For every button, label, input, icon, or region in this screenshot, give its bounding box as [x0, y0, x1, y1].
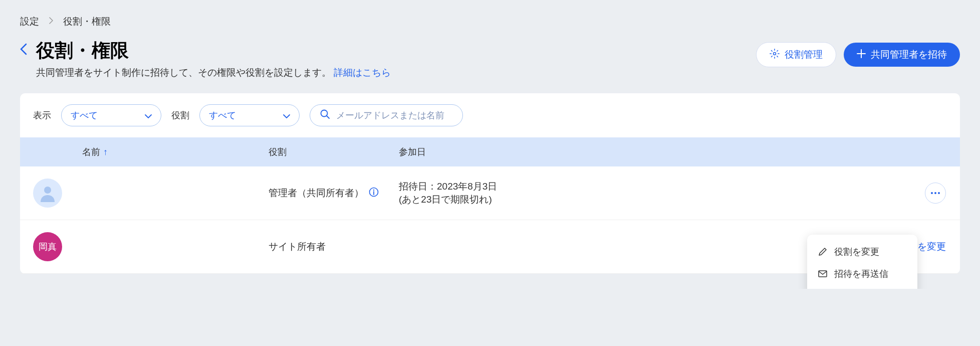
- invite-button[interactable]: 共同管理者を招待: [844, 43, 960, 67]
- chevron-right-icon: [49, 17, 53, 26]
- svg-point-6: [934, 192, 936, 194]
- chevron-down-icon: [145, 110, 152, 121]
- chevron-down-icon: [283, 110, 290, 121]
- search-icon: [320, 109, 330, 121]
- table-header: 名前 ↑ 役割 参加日: [20, 137, 960, 166]
- breadcrumb: 設定 役割・権限: [20, 15, 960, 28]
- header-row: 役割・権限 共同管理者をサイト制作に招待して、その権限や役割を設定します。 詳細…: [20, 38, 960, 79]
- svg-point-4: [373, 189, 374, 190]
- info-icon[interactable]: [369, 187, 379, 200]
- mail-icon: [818, 269, 827, 278]
- title-group: 役割・権限 共同管理者をサイト制作に招待して、その権限や役割を設定します。 詳細…: [20, 38, 391, 79]
- svg-rect-8: [819, 271, 827, 277]
- svg-point-5: [931, 192, 933, 194]
- column-role[interactable]: 役割: [269, 146, 399, 158]
- page-title: 役割・権限: [36, 38, 391, 63]
- avatar: [33, 179, 62, 208]
- menu-change-role[interactable]: 役割を変更: [807, 241, 917, 263]
- display-filter-label: 表示: [33, 109, 51, 121]
- gear-icon: [770, 49, 780, 61]
- role-filter-label: 役割: [171, 109, 189, 121]
- table-row: 管理者（共同所有者） 招待日：2023年8月3日 (あと23日で期限切れ): [20, 166, 960, 220]
- breadcrumb-roles[interactable]: 役割・権限: [63, 15, 111, 28]
- details-link[interactable]: 詳細はこちら: [334, 67, 391, 78]
- manage-roles-button[interactable]: 役割管理: [756, 42, 836, 67]
- more-button[interactable]: [925, 183, 946, 204]
- plus-icon: [857, 49, 866, 61]
- filters-row: 表示 すべて 役割 すべて: [20, 93, 960, 137]
- row-role: 管理者（共同所有者）: [269, 187, 399, 200]
- svg-point-7: [938, 192, 940, 194]
- menu-resend-invite[interactable]: 招待を再送信: [807, 263, 917, 285]
- display-filter-select[interactable]: すべて: [61, 104, 161, 126]
- column-date[interactable]: 参加日: [399, 146, 947, 158]
- breadcrumb-settings[interactable]: 設定: [20, 15, 39, 28]
- main-panel: 表示 すべて 役割 すべて 名前 ↑ 役割 参加日: [20, 93, 960, 274]
- sort-ascending-icon: ↑: [103, 147, 108, 157]
- page-subtitle: 共同管理者をサイト制作に招待して、その権限や役割を設定します。 詳細はこちら: [36, 66, 391, 79]
- header-buttons: 役割管理 共同管理者を招待: [756, 42, 960, 67]
- search-box[interactable]: [310, 104, 463, 126]
- avatar: 岡真: [33, 232, 62, 261]
- row-role: サイト所有者: [269, 240, 399, 253]
- pencil-icon: [818, 247, 827, 256]
- menu-create-link[interactable]: 招待リンクを作成: [807, 285, 917, 289]
- svg-point-0: [774, 52, 776, 55]
- context-menu: 役割を変更 招待を再送信 招待リンクを作成 削除: [807, 235, 917, 289]
- back-arrow-icon[interactable]: [20, 43, 27, 59]
- search-input[interactable]: [336, 110, 452, 121]
- svg-point-2: [44, 187, 51, 194]
- column-name[interactable]: 名前 ↑: [33, 146, 269, 158]
- role-filter-select[interactable]: すべて: [199, 104, 300, 126]
- row-date: 招待日：2023年8月3日 (あと23日で期限切れ): [399, 180, 947, 206]
